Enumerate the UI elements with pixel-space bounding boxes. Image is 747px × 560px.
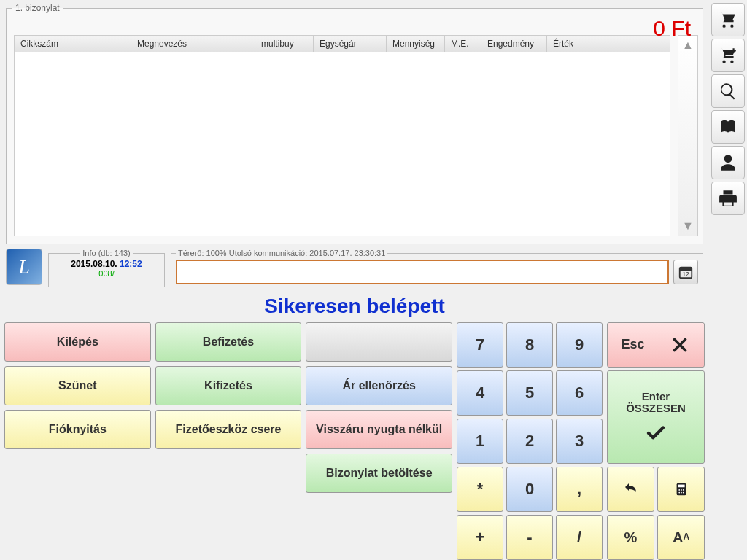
font-size-button[interactable]: AA — [657, 515, 705, 560]
app-logo: L — [6, 249, 42, 285]
enter-button[interactable]: EnterÖSSZESEN — [607, 370, 705, 464]
col-egysegar: Egységár — [314, 36, 387, 52]
col-ertek: Érték — [547, 36, 670, 52]
percent-button[interactable]: % — [607, 515, 654, 560]
col-engedmeny: Engedmény — [481, 36, 547, 52]
key-plus[interactable]: + — [457, 515, 503, 560]
svg-rect-4 — [678, 485, 684, 488]
kifizetes-button[interactable]: Kifizetés — [155, 366, 302, 405]
esc-button[interactable]: Esc — [607, 322, 705, 368]
receipt-total: 0 Ft — [653, 16, 691, 41]
info-time: 12:52 — [120, 259, 142, 269]
key-8[interactable]: 8 — [506, 322, 553, 368]
key-minus[interactable]: - — [506, 515, 553, 560]
receipt-panel: 1. bizonylat 0 Ft Cikkszám Megnevezés mu… — [6, 3, 703, 244]
right-column: Esc EnterÖSSZESEN % AA — [607, 322, 705, 560]
key-1[interactable]: 1 — [457, 419, 503, 464]
col-mennyiseg: Mennyiség — [387, 36, 445, 52]
key-9[interactable]: 9 — [556, 322, 603, 368]
cart-add-button[interactable] — [711, 39, 745, 72]
close-icon — [669, 334, 691, 356]
svg-point-10 — [682, 492, 684, 494]
signal-panel: Térerő: 100% Utolsó kommunikáció: 2015.0… — [171, 249, 703, 287]
key-4[interactable]: 4 — [457, 370, 503, 416]
key-comma[interactable]: , — [556, 467, 603, 512]
receipt-legend: 1. bizonylat — [12, 3, 63, 13]
col-megnevezes: Megnevezés — [131, 36, 255, 52]
scrollbar[interactable]: ▲ ▼ — [678, 35, 698, 236]
info-panel: Info (db: 143) 2015.08.10. 12:52 008/ — [48, 249, 165, 287]
calendar-icon: 12 — [678, 264, 694, 280]
svg-point-9 — [681, 492, 682, 494]
search-input[interactable] — [176, 260, 669, 284]
szunet-button[interactable]: Szünet — [4, 366, 151, 405]
cart-icon — [719, 10, 738, 29]
side-toolbar — [709, 0, 747, 560]
action-grid: Kilépés Befizetés Szünet Kifizetés Ár el… — [4, 322, 452, 560]
info-operator: 008/ — [53, 269, 160, 278]
visszaru-button[interactable]: Visszáru nyugta nélkül — [306, 410, 452, 449]
font-small: A — [683, 532, 689, 542]
numeric-keypad: 7 8 9 4 5 6 1 2 3 * 0 , + - / — [457, 322, 603, 560]
signal-legend: Térerő: 100% Utolsó kommunikáció: 2015.0… — [176, 249, 387, 257]
key-star[interactable]: * — [457, 467, 503, 512]
key-7[interactable]: 7 — [457, 322, 503, 368]
cart-plus-icon — [719, 46, 738, 65]
befizetes-button[interactable]: Befizetés — [155, 322, 302, 362]
svg-point-6 — [681, 489, 682, 491]
svg-text:12: 12 — [682, 271, 689, 278]
key-5[interactable]: 5 — [506, 370, 553, 416]
key-0[interactable]: 0 — [506, 467, 553, 512]
svg-point-7 — [682, 489, 684, 491]
user-button[interactable] — [711, 146, 745, 179]
arellenorzes-button[interactable]: Ár ellenőrzés — [306, 366, 452, 405]
svg-rect-1 — [680, 268, 692, 271]
table-body — [14, 52, 670, 236]
undo-button[interactable] — [607, 467, 654, 512]
col-cikkszam: Cikkszám — [15, 36, 131, 52]
key-2[interactable]: 2 — [506, 419, 553, 464]
book-icon — [719, 117, 738, 136]
user-icon — [719, 153, 738, 172]
svg-point-5 — [678, 489, 680, 491]
calculator-button[interactable] — [657, 467, 705, 512]
fioknyitas-button[interactable]: Fióknyitás — [4, 410, 151, 449]
col-multibuy: multibuy — [255, 36, 314, 52]
calendar-button[interactable]: 12 — [673, 260, 698, 284]
enter-label-1: Enter — [642, 390, 670, 402]
check-icon — [645, 422, 667, 444]
printer-icon — [719, 189, 738, 208]
table-header: Cikkszám Megnevezés multibuy Egységár Me… — [14, 35, 670, 52]
book-button[interactable] — [711, 110, 745, 144]
print-button[interactable] — [711, 182, 745, 215]
svg-point-8 — [678, 492, 680, 494]
scroll-down-icon[interactable]: ▼ — [679, 217, 697, 236]
info-legend: Info (db: 143) — [80, 249, 132, 257]
cart-button[interactable] — [711, 3, 745, 36]
key-6[interactable]: 6 — [556, 370, 603, 416]
calculator-icon — [673, 481, 689, 497]
kilepes-button[interactable]: Kilépés — [4, 322, 151, 362]
bizonylat-betoltese-button[interactable]: Bizonylat betöltése — [306, 454, 452, 493]
undo-icon — [622, 481, 640, 498]
esc-label: Esc — [621, 338, 644, 352]
enter-label-2: ÖSSZESEN — [626, 402, 686, 414]
col-me: M.E. — [445, 36, 481, 52]
info-date: 2015.08.10. — [71, 259, 117, 269]
search-button[interactable] — [711, 74, 745, 108]
empty-button-1[interactable] — [306, 322, 452, 362]
fizetoeszkoz-csere-button[interactable]: Fizetőeszköz csere — [155, 410, 302, 449]
font-large: A — [673, 529, 683, 545]
status-message: Sikeresen belépett — [0, 295, 709, 318]
key-slash[interactable]: / — [556, 515, 603, 560]
search-icon — [719, 82, 738, 101]
key-3[interactable]: 3 — [556, 419, 603, 464]
